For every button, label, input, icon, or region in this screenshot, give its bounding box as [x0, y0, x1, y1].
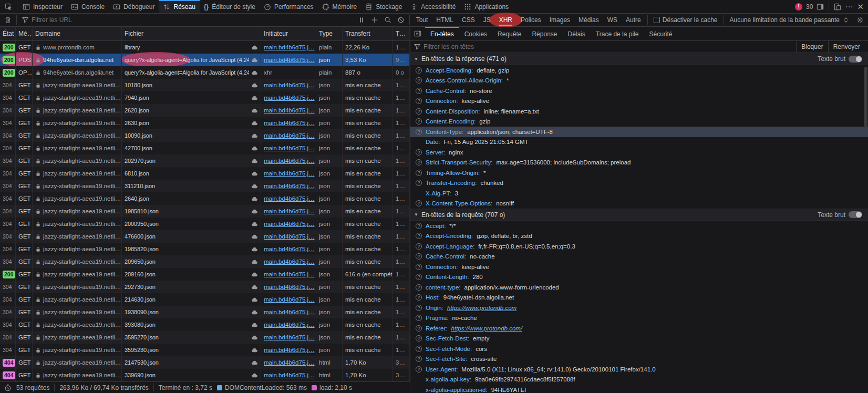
- initiator-link[interactable]: main.bd4b6d75.j…: [264, 293, 315, 306]
- initiator-link[interactable]: main.bd4b6d75.j…: [264, 356, 315, 369]
- header-row[interactable]: ? Accept: */*: [410, 221, 868, 231]
- headers-filter-input[interactable]: [423, 43, 793, 50]
- close-icon[interactable]: ✕: [857, 2, 864, 12]
- column-header-domain[interactable]: Domaine: [33, 27, 122, 40]
- initiator-link[interactable]: main.bd4b6d75.j…: [264, 91, 315, 104]
- initiator-link[interactable]: main.bd4b6d75.j…: [264, 41, 315, 54]
- question-icon[interactable]: ?: [416, 88, 422, 94]
- scrollbar-thumb[interactable]: [864, 67, 867, 129]
- toolbar-tab-applications[interactable]: Applications: [460, 0, 513, 13]
- initiator-link[interactable]: main.bd4b6d75.j…: [264, 255, 315, 268]
- header-row[interactable]: ? Content-Length: 280: [410, 272, 868, 283]
- question-icon[interactable]: ?: [416, 67, 422, 74]
- network-settings-button[interactable]: [854, 16, 866, 24]
- initiator-link[interactable]: main.bd4b6d75.j…: [264, 54, 315, 66]
- initiator-link[interactable]: main.bd4b6d75.j…: [264, 154, 315, 167]
- initiator-link[interactable]: main.bd4b6d75.j…: [264, 104, 315, 117]
- initiator-link[interactable]: main.bd4b6d75.j…: [264, 79, 315, 91]
- table-row[interactable]: 404 GET jazzy-starlight-aeea19.netli… 33…: [0, 369, 410, 381]
- table-row[interactable]: 304 GET jazzy-starlight-aeea19.netli… 29…: [0, 281, 410, 293]
- initiator-link[interactable]: main.bd4b6d75.j…: [264, 243, 315, 255]
- header-row[interactable]: ? Pragma: no-cache: [410, 313, 868, 324]
- new-request-button[interactable]: [369, 16, 380, 24]
- initiator-link[interactable]: main.bd4b6d75.j…: [264, 369, 315, 381]
- column-header-status[interactable]: État: [0, 27, 16, 40]
- table-row[interactable]: 304 GET jazzy-starlight-aeea19.netli… 20…: [0, 154, 410, 167]
- question-icon[interactable]: ?: [416, 305, 422, 311]
- column-header-transfer[interactable]: Transfert: [343, 27, 393, 40]
- toolbar-tab-inspector[interactable]: Inspecteur: [18, 0, 67, 13]
- question-icon[interactable]: ?: [416, 325, 422, 332]
- throttling-select[interactable]: Aucune limitation de la bande passante: [727, 16, 853, 24]
- filter-pill-images[interactable]: Images: [546, 15, 574, 25]
- block-url-button[interactable]: Bloquer: [796, 41, 828, 53]
- table-row[interactable]: 304 GET jazzy-starlight-aeea19.netli… 10…: [0, 129, 410, 142]
- disable-cache-checkbox[interactable]: [654, 17, 660, 23]
- initiator-link[interactable]: main.bd4b6d75.j…: [264, 205, 315, 218]
- table-row[interactable]: 304 GET jazzy-starlight-aeea19.netli… 35…: [0, 331, 410, 344]
- details-tab-en-t-tes[interactable]: En-têtes: [425, 27, 459, 40]
- question-icon[interactable]: ?: [416, 159, 422, 166]
- resend-button[interactable]: Renvoyer: [828, 41, 865, 53]
- toolbar-tab-performance[interactable]: Performances: [260, 0, 318, 13]
- header-row[interactable]: ? Content-Encoding: gzip: [410, 117, 868, 127]
- filter-pill-polices[interactable]: Polices: [517, 15, 545, 25]
- error-badge-icon[interactable]: !: [795, 3, 802, 11]
- table-row[interactable]: 304 GET jazzy-starlight-aeea19.netli… 47…: [0, 230, 410, 243]
- header-row[interactable]: ? Sec-Fetch-Dest: empty: [410, 334, 868, 344]
- filter-pill-js[interactable]: JS: [480, 15, 494, 25]
- initiator-link[interactable]: main.bd4b6d75.j…: [264, 344, 315, 356]
- question-icon[interactable]: ?: [416, 149, 422, 156]
- initiator-link[interactable]: main.bd4b6d75.j…: [264, 230, 315, 243]
- question-icon[interactable]: ?: [416, 274, 422, 280]
- header-row[interactable]: ? Strict-Transport-Security: max-age=315…: [410, 158, 868, 168]
- header-row[interactable]: ? x-algolia-application-id: 94HE6YATEI: [410, 385, 868, 393]
- table-row[interactable]: 304 GET jazzy-starlight-aeea19.netli… 19…: [0, 205, 410, 218]
- details-tab-d-lais[interactable]: Délais: [562, 27, 590, 40]
- toolbar-tab-storage[interactable]: Stockage: [361, 0, 406, 13]
- header-row[interactable]: ? Date: Fri, 15 Aug 2025 21:05:14 GMT: [410, 137, 868, 148]
- details-tab-requ-te[interactable]: Requête: [492, 27, 526, 40]
- table-row[interactable]: 304 GET jazzy-starlight-aeea19.netli… 79…: [0, 91, 410, 104]
- table-row[interactable]: 304 GET jazzy-starlight-aeea19.netli… 26…: [0, 104, 410, 117]
- filter-pill-ws[interactable]: WS: [604, 15, 621, 25]
- header-row[interactable]: ? Cache-Control: no-cache: [410, 252, 868, 262]
- responsive-mode-icon[interactable]: [834, 3, 841, 11]
- filter-pill-xhr[interactable]: XHR: [495, 15, 516, 25]
- column-header-file[interactable]: Fichier: [122, 27, 261, 40]
- table-row[interactable]: 304 GET jazzy-starlight-aeea19.netli… 31…: [0, 180, 410, 192]
- header-row[interactable]: ? content-type: application/x-www-form-u…: [410, 282, 868, 293]
- table-row[interactable]: 304 GET jazzy-starlight-aeea19.netli… 68…: [0, 167, 410, 180]
- column-header-type[interactable]: Type: [316, 27, 343, 40]
- details-tab-trace-de-la-pile[interactable]: Trace de la pile: [591, 27, 644, 40]
- table-row[interactable]: 200 GET jazzy-starlight-aeea19.netli… 20…: [0, 268, 410, 281]
- filter-pill-autre[interactable]: Autre: [622, 15, 645, 25]
- question-icon[interactable]: ?: [416, 180, 422, 186]
- question-icon[interactable]: ?: [416, 233, 422, 239]
- filter-pill-html[interactable]: HTML: [432, 15, 457, 25]
- question-icon[interactable]: ?: [416, 118, 422, 125]
- question-icon[interactable]: ?: [416, 264, 422, 270]
- table-row[interactable]: 304 GET jazzy-starlight-aeea19.netli… 39…: [0, 318, 410, 331]
- initiator-link[interactable]: main.bd4b6d75.j…: [264, 268, 315, 281]
- pause-traffic-button[interactable]: [356, 16, 367, 24]
- meatball-menu-icon[interactable]: ⋯: [845, 2, 853, 12]
- details-tab-r-ponse[interactable]: Réponse: [526, 27, 562, 40]
- header-row[interactable]: ? Host: 94he6yatei-dsn.algolia.net: [410, 293, 868, 303]
- column-header-initiator[interactable]: Initiateur: [261, 27, 316, 40]
- pick-element-button[interactable]: [1, 0, 16, 13]
- header-row[interactable]: ? Accept-Encoding: deflate, gzip: [410, 65, 868, 76]
- question-icon[interactable]: ?: [416, 335, 422, 342]
- table-row[interactable]: 200 OP… 94he6yatei-dsn.algolia.net query…: [0, 66, 410, 79]
- filter-pill-tout[interactable]: Tout: [412, 15, 432, 25]
- header-row[interactable]: ? Referer: https://www.protondb.com/: [410, 323, 868, 334]
- toolbar-tab-memory[interactable]: Mémoire: [318, 0, 361, 13]
- initiator-link[interactable]: main.bd4b6d75.j…: [264, 167, 315, 180]
- question-icon[interactable]: ?: [416, 294, 422, 301]
- table-row[interactable]: 304 GET jazzy-starlight-aeea19.netli… 35…: [0, 344, 410, 356]
- table-row[interactable]: 304 GET jazzy-starlight-aeea19.netli… 20…: [0, 255, 410, 268]
- search-button[interactable]: [382, 16, 394, 24]
- question-icon[interactable]: ?: [416, 284, 422, 291]
- question-icon[interactable]: ?: [416, 129, 422, 135]
- header-row[interactable]: ? Access-Control-Allow-Origin: *: [410, 76, 868, 86]
